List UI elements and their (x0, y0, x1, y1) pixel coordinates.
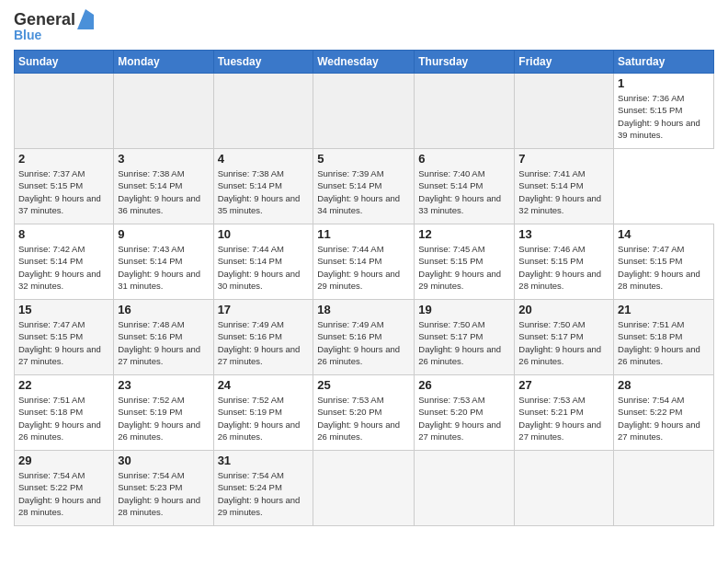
day-cell-8: 8 Sunrise: 7:42 AMSunset: 5:14 PMDayligh… (15, 224, 114, 300)
empty-cell (415, 74, 515, 149)
day-number: 23 (118, 378, 209, 392)
day-number: 18 (317, 303, 410, 316)
day-detail: Sunrise: 7:53 AMSunset: 5:21 PMDaylight:… (518, 395, 601, 442)
logo-blue-text: Blue (14, 28, 41, 42)
empty-cell (313, 74, 415, 149)
day-cell-31: 31 Sunrise: 7:54 AMSunset: 5:24 PMDaylig… (213, 451, 313, 526)
calendar-container: General Blue SundayMondayTuesdayWednesda… (0, 0, 728, 535)
day-number: 4 (218, 152, 310, 166)
day-detail: Sunrise: 7:43 AMSunset: 5:14 PMDaylight:… (118, 244, 200, 291)
day-cell-1: 1 Sunrise: 7:36 AMSunset: 5:15 PMDayligh… (614, 74, 714, 149)
day-cell-17: 17 Sunrise: 7:49 AMSunset: 5:16 PMDaylig… (213, 300, 313, 375)
day-cell-29: 29 Sunrise: 7:54 AMSunset: 5:22 PMDaylig… (15, 451, 114, 526)
day-number: 8 (18, 227, 109, 241)
day-cell-14: 14 Sunrise: 7:47 AMSunset: 5:15 PMDaylig… (614, 224, 714, 300)
day-detail: Sunrise: 7:39 AMSunset: 5:14 PMDaylight:… (317, 168, 400, 215)
day-cell-6: 6 Sunrise: 7:40 AMSunset: 5:14 PMDayligh… (415, 149, 515, 224)
day-detail: Sunrise: 7:36 AMSunset: 5:15 PMDaylight:… (618, 93, 700, 140)
logo-general-text: General (14, 10, 75, 29)
header-day-tuesday: Tuesday (213, 51, 313, 74)
header-day-saturday: Saturday (614, 51, 714, 74)
empty-cell (313, 451, 415, 526)
header-day-wednesday: Wednesday (313, 51, 415, 74)
day-number: 27 (518, 378, 609, 392)
day-cell-16: 16 Sunrise: 7:48 AMSunset: 5:16 PMDaylig… (114, 300, 213, 375)
day-number: 5 (317, 152, 410, 166)
day-cell-22: 22 Sunrise: 7:51 AMSunset: 5:18 PMDaylig… (15, 375, 114, 451)
day-number: 21 (618, 303, 710, 316)
week-row-4: 15 Sunrise: 7:47 AMSunset: 5:15 PMDaylig… (15, 300, 714, 375)
header-day-monday: Monday (114, 51, 213, 74)
day-detail: Sunrise: 7:42 AMSunset: 5:14 PMDaylight:… (18, 244, 101, 291)
day-number: 13 (518, 227, 609, 241)
header-day-thursday: Thursday (415, 51, 515, 74)
day-detail: Sunrise: 7:47 AMSunset: 5:15 PMDaylight:… (618, 244, 700, 291)
day-cell-30: 30 Sunrise: 7:54 AMSunset: 5:23 PMDaylig… (114, 451, 213, 526)
day-cell-15: 15 Sunrise: 7:47 AMSunset: 5:15 PMDaylig… (15, 300, 114, 375)
svg-marker-0 (77, 9, 94, 29)
day-number: 1 (618, 76, 710, 90)
empty-cell (415, 451, 515, 526)
empty-cell (515, 451, 614, 526)
day-cell-28: 28 Sunrise: 7:54 AMSunset: 5:22 PMDaylig… (614, 375, 714, 451)
day-cell-2: 2 Sunrise: 7:37 AMSunset: 5:15 PMDayligh… (15, 149, 114, 224)
day-cell-27: 27 Sunrise: 7:53 AMSunset: 5:21 PMDaylig… (515, 375, 614, 451)
day-detail: Sunrise: 7:51 AMSunset: 5:18 PMDaylight:… (618, 319, 700, 366)
day-detail: Sunrise: 7:54 AMSunset: 5:23 PMDaylight:… (118, 470, 200, 517)
day-number: 11 (317, 227, 410, 241)
day-number: 30 (118, 454, 209, 467)
day-detail: Sunrise: 7:41 AMSunset: 5:14 PMDaylight:… (518, 168, 601, 215)
day-cell-5: 5 Sunrise: 7:39 AMSunset: 5:14 PMDayligh… (313, 149, 415, 224)
day-number: 12 (418, 227, 510, 241)
day-number: 16 (118, 303, 209, 316)
day-number: 29 (18, 454, 109, 467)
day-number: 7 (518, 152, 609, 166)
day-number: 31 (218, 454, 310, 467)
day-cell-21: 21 Sunrise: 7:51 AMSunset: 5:18 PMDaylig… (614, 300, 714, 375)
day-number: 15 (18, 303, 109, 316)
day-cell-20: 20 Sunrise: 7:50 AMSunset: 5:17 PMDaylig… (515, 300, 614, 375)
day-cell-26: 26 Sunrise: 7:53 AMSunset: 5:20 PMDaylig… (415, 375, 515, 451)
day-number: 24 (218, 378, 310, 392)
day-detail: Sunrise: 7:54 AMSunset: 5:24 PMDaylight:… (218, 470, 301, 517)
day-detail: Sunrise: 7:47 AMSunset: 5:15 PMDaylight:… (18, 319, 101, 366)
day-number: 10 (218, 227, 310, 241)
header-day-friday: Friday (515, 51, 614, 74)
week-row-3: 8 Sunrise: 7:42 AMSunset: 5:14 PMDayligh… (15, 224, 714, 300)
week-row-2: 2 Sunrise: 7:37 AMSunset: 5:15 PMDayligh… (15, 149, 714, 224)
day-number: 28 (618, 378, 710, 392)
day-cell-7: 7 Sunrise: 7:41 AMSunset: 5:14 PMDayligh… (515, 149, 614, 224)
day-number: 2 (18, 152, 109, 166)
day-detail: Sunrise: 7:44 AMSunset: 5:14 PMDaylight:… (317, 244, 400, 291)
header-row: SundayMondayTuesdayWednesdayThursdayFrid… (15, 51, 714, 74)
day-detail: Sunrise: 7:45 AMSunset: 5:15 PMDaylight:… (418, 244, 501, 291)
day-detail: Sunrise: 7:54 AMSunset: 5:22 PMDaylight:… (618, 395, 700, 442)
day-number: 17 (218, 303, 310, 316)
day-cell-4: 4 Sunrise: 7:38 AMSunset: 5:14 PMDayligh… (213, 149, 313, 224)
day-detail: Sunrise: 7:50 AMSunset: 5:17 PMDaylight:… (418, 319, 501, 366)
empty-cell (15, 74, 114, 149)
day-detail: Sunrise: 7:44 AMSunset: 5:14 PMDaylight:… (218, 244, 301, 291)
day-detail: Sunrise: 7:53 AMSunset: 5:20 PMDaylight:… (418, 395, 501, 442)
calendar-header: SundayMondayTuesdayWednesdayThursdayFrid… (15, 51, 714, 74)
week-row-1: 1 Sunrise: 7:36 AMSunset: 5:15 PMDayligh… (15, 74, 714, 149)
day-number: 26 (418, 378, 510, 392)
day-detail: Sunrise: 7:52 AMSunset: 5:19 PMDaylight:… (218, 395, 301, 442)
day-cell-3: 3 Sunrise: 7:38 AMSunset: 5:14 PMDayligh… (114, 149, 213, 224)
day-detail: Sunrise: 7:38 AMSunset: 5:14 PMDaylight:… (118, 168, 200, 215)
day-cell-24: 24 Sunrise: 7:52 AMSunset: 5:19 PMDaylig… (213, 375, 313, 451)
empty-cell (515, 74, 614, 149)
day-detail: Sunrise: 7:54 AMSunset: 5:22 PMDaylight:… (18, 470, 101, 517)
calendar-table: SundayMondayTuesdayWednesdayThursdayFrid… (14, 50, 714, 526)
empty-cell (614, 451, 714, 526)
header: General Blue (14, 9, 714, 42)
day-detail: Sunrise: 7:51 AMSunset: 5:18 PMDaylight:… (18, 395, 101, 442)
day-detail: Sunrise: 7:49 AMSunset: 5:16 PMDaylight:… (317, 319, 400, 366)
day-number: 9 (118, 227, 209, 241)
week-row-6: 29 Sunrise: 7:54 AMSunset: 5:22 PMDaylig… (15, 451, 714, 526)
day-cell-18: 18 Sunrise: 7:49 AMSunset: 5:16 PMDaylig… (313, 300, 415, 375)
day-number: 3 (118, 152, 209, 166)
day-cell-9: 9 Sunrise: 7:43 AMSunset: 5:14 PMDayligh… (114, 224, 213, 300)
day-detail: Sunrise: 7:38 AMSunset: 5:14 PMDaylight:… (218, 168, 301, 215)
day-cell-11: 11 Sunrise: 7:44 AMSunset: 5:14 PMDaylig… (313, 224, 415, 300)
